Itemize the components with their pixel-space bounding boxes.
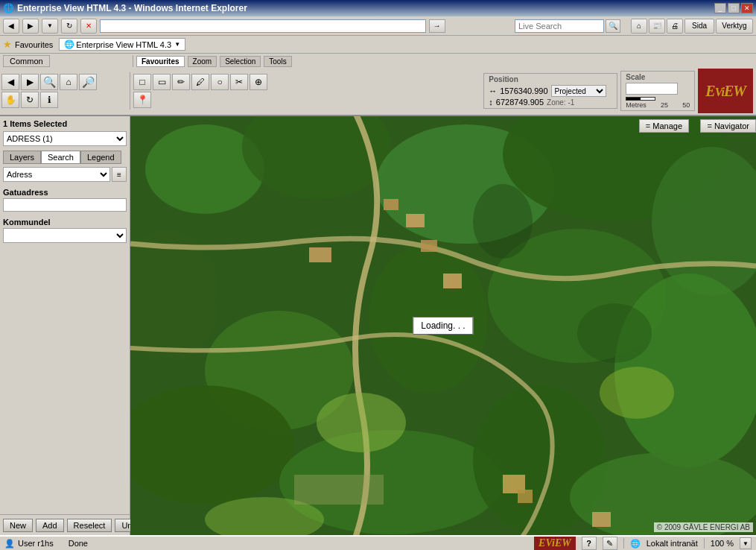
search-options-button[interactable]: ≡ bbox=[112, 167, 127, 182]
tab-tools[interactable]: Tools bbox=[264, 56, 291, 67]
identify-button[interactable]: 🔎 bbox=[79, 74, 97, 90]
zoom-dropdown-button[interactable]: ▼ bbox=[740, 537, 752, 549]
go-button[interactable]: → bbox=[429, 19, 445, 33]
gatuadress-label: Gatuadress bbox=[3, 188, 127, 197]
scale-50: 50 bbox=[682, 101, 690, 109]
scale-label: Scale bbox=[626, 73, 690, 81]
rss-button[interactable]: 📰 bbox=[649, 19, 665, 34]
x-icon: ↔ bbox=[489, 86, 497, 95]
svg-rect-17 bbox=[309, 247, 331, 262]
manage-button[interactable]: = Manage bbox=[639, 119, 689, 133]
tab-selection[interactable]: Selection bbox=[220, 56, 261, 67]
search-bar: 🔍 bbox=[515, 19, 620, 33]
loading-text: Loading. . . bbox=[421, 320, 465, 331]
bookmark-dropdown-icon: ▼ bbox=[174, 41, 180, 48]
help-button[interactable]: ? bbox=[582, 537, 597, 550]
done-label: Done bbox=[69, 539, 88, 548]
projection-select[interactable]: Projected Geographic Screen bbox=[551, 85, 606, 97]
layer-dropdown[interactable]: ADRESS (1) bbox=[3, 131, 127, 146]
svg-rect-16 bbox=[384, 199, 398, 210]
window-icon: 🌐 bbox=[3, 3, 14, 13]
svg-rect-27 bbox=[294, 475, 384, 505]
address-input[interactable]: http://eview.gavle.se:8089/eview-html/in… bbox=[100, 19, 426, 33]
common-tab[interactable]: Common bbox=[3, 55, 50, 67]
favorites-label: Favourites bbox=[15, 40, 53, 49]
user-icon: 👤 bbox=[4, 539, 15, 549]
navigator-button[interactable]: = Navigator bbox=[700, 119, 756, 133]
bookmark-item[interactable]: 🌐 Enterprise View HTML 4.3 ▼ bbox=[59, 38, 185, 51]
home-button[interactable]: ⌂ bbox=[631, 19, 647, 34]
search-type-dropdown[interactable]: Adress bbox=[3, 167, 110, 182]
loading-popup: Loading. . . bbox=[413, 317, 473, 335]
tool-edit-button[interactable]: 🖊 bbox=[191, 74, 209, 90]
settings-button[interactable]: ✎ bbox=[603, 537, 617, 550]
tool-square-button[interactable]: ▭ bbox=[153, 74, 171, 90]
svg-point-24 bbox=[317, 393, 406, 452]
y-value: 6728749.905 bbox=[496, 98, 544, 107]
svg-point-26 bbox=[600, 367, 674, 419]
eview-logo: EViEW bbox=[698, 69, 753, 113]
user-label: User r1hs bbox=[18, 539, 54, 548]
tab-zoom[interactable]: Zoom bbox=[188, 56, 217, 67]
svg-rect-15 bbox=[406, 214, 425, 227]
bookmarks-bar: ★ Favourites 🌐 Enterprise View HTML 4.3 … bbox=[0, 36, 756, 54]
nav-back-button[interactable]: ◀ bbox=[1, 74, 19, 90]
tools-menu-button[interactable]: Verktyg bbox=[716, 19, 753, 34]
address-bar: ◀ ▶ ▼ ↻ ✕ http://eview.gavle.se:8089/evi… bbox=[0, 16, 756, 36]
info-button[interactable]: ℹ bbox=[40, 92, 58, 108]
tab-layers[interactable]: Layers bbox=[3, 151, 41, 164]
zoom-level: 100 % bbox=[711, 539, 734, 548]
svg-rect-18 bbox=[443, 274, 462, 288]
minimize-button[interactable]: _ bbox=[714, 3, 726, 13]
refresh-button[interactable]: ↻ bbox=[61, 19, 77, 34]
position-label: Position bbox=[489, 75, 612, 83]
panel-tabs-row: Layers Search Legend bbox=[3, 151, 127, 164]
bookmark-label: Enterprise View HTML 4.3 bbox=[76, 40, 171, 49]
status-eview-logo: EViEW bbox=[534, 537, 576, 550]
tool-circle-button[interactable]: ○ bbox=[211, 74, 229, 90]
nav-forward-button[interactable]: ▶ bbox=[21, 74, 39, 90]
search-input[interactable] bbox=[515, 19, 604, 33]
tab-legend[interactable]: Legend bbox=[80, 151, 121, 164]
svg-point-29 bbox=[577, 303, 652, 363]
maximize-button[interactable]: □ bbox=[728, 3, 740, 13]
map-copyright: © 2009 GÄVLE ENERGI AB bbox=[654, 522, 753, 532]
svg-rect-19 bbox=[421, 240, 437, 252]
title-bar: 🌐 Enterprise View HTML 4.3 - Windows Int… bbox=[0, 0, 756, 16]
tool-rect-button[interactable]: □ bbox=[133, 74, 151, 90]
tool-crosshair-button[interactable]: ⊕ bbox=[250, 74, 267, 90]
kommundel-dropdown[interactable] bbox=[3, 228, 127, 243]
search-go-button[interactable]: 🔍 bbox=[606, 19, 620, 33]
zoom-home-button[interactable]: ⌂ bbox=[60, 74, 77, 90]
bottom-buttons-bar: New Add Reselect Unselect bbox=[0, 514, 130, 535]
rotate-button[interactable]: ↻ bbox=[21, 92, 39, 108]
tool-draw-button[interactable]: ✏ bbox=[172, 74, 190, 90]
page-menu-button[interactable]: Sida bbox=[684, 19, 714, 34]
tool-cut-button[interactable]: ✂ bbox=[230, 74, 248, 90]
stop-button[interactable]: ✕ bbox=[80, 19, 97, 34]
forward-button[interactable]: ▶ bbox=[22, 19, 39, 34]
tool-pin-button[interactable]: 📍 bbox=[133, 92, 151, 108]
close-button[interactable]: ✕ bbox=[741, 3, 753, 13]
reselect-button[interactable]: Reselect bbox=[67, 519, 112, 532]
zoom-full-button[interactable]: 🔍 bbox=[40, 74, 58, 90]
new-button[interactable]: New bbox=[3, 519, 33, 532]
left-panel: 1 Items Selected ADRESS (1) Layers Searc… bbox=[0, 116, 130, 535]
tab-search[interactable]: Search bbox=[41, 151, 80, 164]
svg-rect-21 bbox=[518, 490, 533, 503]
dropdown-button[interactable]: ▼ bbox=[42, 19, 58, 34]
scale-25: 25 bbox=[661, 101, 668, 109]
map-area[interactable]: = Manage = Navigator Loading. . . © 2009… bbox=[130, 116, 756, 535]
status-bar: 👤 User r1hs Done EViEW ? ✎ 🌐 Lokalt intr… bbox=[0, 535, 756, 550]
metres-label: Metres bbox=[626, 101, 647, 109]
scale-input[interactable]: 1:2003 bbox=[626, 83, 678, 95]
bookmark-icon: 🌐 bbox=[64, 39, 74, 49]
zone-label: Zone: -1 bbox=[547, 98, 574, 107]
back-button[interactable]: ◀ bbox=[3, 19, 19, 34]
x-value: 1576340.990 bbox=[500, 86, 547, 95]
tab-favourites[interactable]: Favourites bbox=[136, 56, 185, 67]
pan-button[interactable]: ✋ bbox=[1, 92, 19, 108]
gatuadress-input[interactable]: källmursvägen 2 bbox=[3, 198, 127, 212]
add-button[interactable]: Add bbox=[36, 519, 64, 532]
print-button[interactable]: 🖨 bbox=[667, 19, 683, 34]
